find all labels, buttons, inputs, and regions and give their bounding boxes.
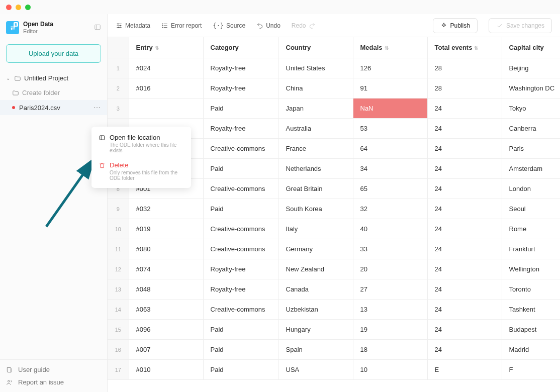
cell-medals[interactable]: 64 — [353, 139, 427, 159]
table-row[interactable]: 1#024Royalty-freeUnited States12628Beiji… — [108, 58, 560, 78]
tree-file[interactable]: Paris2024.csv ⋯ — [0, 100, 107, 115]
cell-entry[interactable]: #096 — [129, 320, 203, 340]
cell-medals[interactable]: 20 — [353, 259, 427, 279]
cell-medals[interactable]: 32 — [353, 199, 427, 219]
cell-capital[interactable]: Madrid — [502, 340, 560, 360]
cell-entry[interactable] — [129, 99, 203, 119]
cell-entry[interactable]: #063 — [129, 300, 203, 320]
cell-category[interactable]: Royalty-free — [203, 78, 278, 99]
minimize-window-dot[interactable] — [16, 5, 21, 10]
cell-entry[interactable]: #019 — [129, 219, 203, 239]
cell-events[interactable]: 24 — [427, 139, 502, 159]
cell-medals[interactable]: 19 — [353, 320, 427, 340]
cell-category[interactable]: Creative-commons — [203, 239, 278, 259]
maximize-window-dot[interactable] — [25, 5, 31, 10]
cell-capital[interactable]: Canberra — [502, 119, 560, 139]
cell-entry[interactable]: #074 — [129, 259, 203, 279]
cell-capital[interactable]: Wellington — [502, 259, 560, 279]
context-open-location[interactable]: Open file location The ODE folder where … — [91, 130, 191, 157]
toolbar-undo[interactable]: Undo — [256, 22, 281, 29]
cell-category[interactable]: Royalty-free — [203, 279, 278, 300]
column-header[interactable]: Entry⇅ — [129, 37, 203, 58]
column-header[interactable]: Capital city — [502, 37, 560, 58]
user-guide-link[interactable]: User guide — [6, 366, 101, 373]
cell-events[interactable]: 24 — [427, 259, 502, 279]
cell-events[interactable]: 24 — [427, 239, 502, 259]
cell-capital[interactable]: Tokyo — [502, 99, 560, 119]
cell-capital[interactable]: Beijing — [502, 58, 560, 78]
tree-project[interactable]: ⌄ Untitled Project — [0, 71, 107, 85]
table-row[interactable]: 9#032PaidSouth Korea3224Seoul — [108, 199, 560, 219]
table-row[interactable]: 10#019Creative-commonsItaly4024Rome — [108, 219, 560, 239]
cell-events[interactable]: 24 — [427, 159, 502, 179]
cell-country[interactable]: Netherlands — [278, 159, 353, 179]
cell-capital[interactable]: Frankfurt — [502, 239, 560, 259]
file-more-icon[interactable]: ⋯ — [94, 104, 101, 112]
cell-country[interactable]: France — [278, 139, 353, 159]
cell-capital[interactable]: Budapest — [502, 320, 560, 340]
sort-icon[interactable]: ⇅ — [155, 45, 159, 51]
cell-entry[interactable]: #016 — [129, 78, 203, 99]
table-row[interactable]: 2#016Royalty-freeChina9128Washington DC — [108, 78, 560, 99]
cell-category[interactable]: Paid — [203, 159, 278, 179]
table-row[interactable]: 17#010PaidUSA10EF — [108, 360, 560, 380]
cell-capital[interactable]: Amsterdam — [502, 159, 560, 179]
cell-events[interactable]: E — [427, 360, 502, 380]
cell-capital[interactable]: F — [502, 360, 560, 380]
table-row[interactable]: 12#074 Royalty-freeNew Zealand2024Wellin… — [108, 259, 560, 279]
sort-icon[interactable]: ⇅ — [385, 45, 389, 51]
table-row[interactable]: 11#080Creative-commonsGermany3324Frankfu… — [108, 239, 560, 259]
cell-medals[interactable]: 65 — [353, 179, 427, 199]
table-row[interactable]: 3PaidJapanNaN24Tokyo — [108, 99, 560, 119]
cell-medals[interactable]: NaN — [353, 99, 427, 119]
table-row[interactable]: 15#096PaidHungary1924Budapest — [108, 320, 560, 340]
cell-medals[interactable]: 33 — [353, 239, 427, 259]
cell-entry[interactable]: #007 — [129, 340, 203, 360]
cell-country[interactable]: USA — [278, 360, 353, 380]
data-grid[interactable]: Entry⇅CategoryCountryMedals⇅Total events… — [108, 37, 560, 392]
column-header[interactable]: Total events⇅ — [427, 37, 502, 58]
cell-category[interactable]: Paid — [203, 360, 278, 380]
cell-events[interactable]: 24 — [427, 340, 502, 360]
report-issue-link[interactable]: Report an issue — [6, 378, 101, 386]
cell-country[interactable]: United States — [278, 58, 353, 78]
cell-events[interactable]: 24 — [427, 179, 502, 199]
sort-icon[interactable]: ⇅ — [474, 45, 478, 51]
cell-events[interactable]: 24 — [427, 219, 502, 239]
cell-medals[interactable]: 91 — [353, 78, 427, 99]
cell-country[interactable]: Germany — [278, 239, 353, 259]
cell-events[interactable]: 28 — [427, 78, 502, 99]
cell-capital[interactable]: Washington DC — [502, 78, 560, 99]
cell-category[interactable]: Creative-commons — [203, 139, 278, 159]
toolbar-metadata[interactable]: Metadata — [116, 22, 150, 29]
cell-category[interactable]: Creative-commons — [203, 179, 278, 199]
tree-create-folder[interactable]: Create folder — [0, 85, 107, 100]
cell-medals[interactable]: 13 — [353, 300, 427, 320]
cell-country[interactable]: Uzbekistan — [278, 300, 353, 320]
cell-capital[interactable]: Paris — [502, 139, 560, 159]
table-row[interactable]: 14#063Creative-commonsUzbekistan1324Tash… — [108, 300, 560, 320]
column-header[interactable]: Country — [278, 37, 353, 58]
cell-country[interactable]: Japan — [278, 99, 353, 119]
cell-country[interactable]: New Zealand — [278, 259, 353, 279]
cell-country[interactable]: Italy — [278, 219, 353, 239]
cell-entry[interactable]: #032 — [129, 199, 203, 219]
cell-medals[interactable]: 34 — [353, 159, 427, 179]
cell-events[interactable]: 24 — [427, 279, 502, 300]
cell-entry[interactable]: #010 — [129, 360, 203, 380]
cell-country[interactable]: Canada — [278, 279, 353, 300]
cell-category[interactable]: Paid — [203, 320, 278, 340]
cell-events[interactable]: 24 — [427, 300, 502, 320]
cell-capital[interactable]: Rome — [502, 219, 560, 239]
cell-country[interactable]: Spain — [278, 340, 353, 360]
cell-country[interactable]: Australia — [278, 119, 353, 139]
cell-medals[interactable]: 126 — [353, 58, 427, 78]
cell-country[interactable]: Hungary — [278, 320, 353, 340]
cell-capital[interactable]: London — [502, 179, 560, 199]
cell-medals[interactable]: 40 — [353, 219, 427, 239]
cell-medals[interactable]: 10 — [353, 360, 427, 380]
upload-button[interactable]: Upload your data — [6, 44, 101, 63]
context-delete[interactable]: Delete Only removes this file from the O… — [91, 157, 191, 185]
cell-country[interactable]: Great Britain — [278, 179, 353, 199]
cell-category[interactable]: Paid — [203, 199, 278, 219]
